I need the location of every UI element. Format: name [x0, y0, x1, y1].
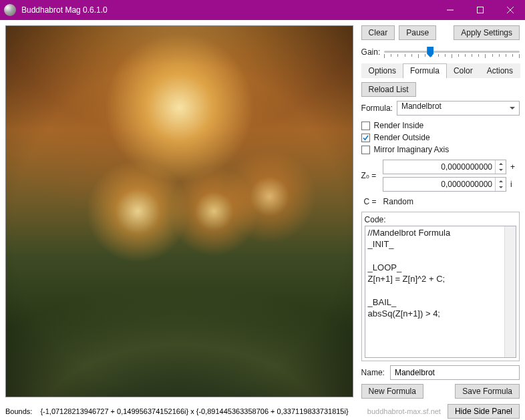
minimize-button[interactable]: [435, 0, 465, 20]
gain-label: Gain:: [361, 47, 381, 57]
name-label: Name:: [361, 368, 385, 377]
clear-button[interactable]: Clear: [361, 25, 395, 40]
window-title: Buddhabrot Mag 0.6.1.0: [21, 5, 435, 15]
formula-select[interactable]: Mandelbrot: [397, 101, 520, 116]
z0-i: i: [510, 180, 520, 189]
code-text: //Mandelbrot Formula _INIT_ _LOOP_ Z[n+1…: [368, 228, 451, 319]
bounds-label: Bounds:: [5, 407, 32, 415]
tab-formula[interactable]: Formula: [403, 63, 447, 78]
z0-imag-value: 0,0000000000: [383, 180, 495, 189]
titlebar: Buddhabrot Mag 0.6.1.0: [0, 0, 525, 20]
z0-plus: +: [510, 162, 520, 172]
side-panel: Clear Pause Apply Settings Gain: Options: [359, 20, 525, 403]
tab-actions[interactable]: Actions: [480, 63, 520, 78]
z0-imag-down[interactable]: [496, 184, 506, 191]
close-button[interactable]: [495, 0, 525, 20]
pause-button[interactable]: Pause: [399, 25, 436, 40]
gain-slider[interactable]: [384, 44, 520, 60]
z0-real-value: 0,0000000000: [383, 162, 495, 172]
code-label: Code:: [365, 215, 516, 224]
new-formula-button[interactable]: New Formula: [361, 384, 423, 399]
footer-url: buddhabrot-max.sf.net: [349, 407, 448, 415]
save-formula-button[interactable]: Save Formula: [455, 384, 520, 399]
mirror-imag-checkbox[interactable]: Mirror Imaginary Axis: [361, 145, 520, 154]
formula-select-value: Mandelbrot: [401, 101, 442, 111]
formula-tab-body: Reload List Formula: Mandelbrot Render I…: [361, 82, 520, 400]
render-inside-checkbox[interactable]: Render Inside: [361, 121, 520, 130]
z0-imag-up[interactable]: [496, 178, 506, 184]
mirror-imag-label: Mirror Imaginary Axis: [374, 145, 450, 154]
z0-label: Z₀ =: [361, 171, 379, 180]
render-outside-checkbox[interactable]: Render Outside: [361, 133, 520, 142]
bounds-value: {-1,07128213946727 + 0,149956374152166i}…: [40, 407, 348, 415]
apply-settings-button[interactable]: Apply Settings: [454, 25, 520, 40]
z0-real-up[interactable]: [496, 160, 506, 167]
z0-real-down[interactable]: [496, 167, 506, 174]
render-outside-label: Render Outside: [374, 133, 430, 142]
render-canvas[interactable]: [5, 25, 353, 397]
app-icon: [4, 4, 16, 16]
code-textarea[interactable]: //Mandelbrot Formula _INIT_ _LOOP_ Z[n+1…: [365, 226, 516, 358]
tab-options[interactable]: Options: [361, 63, 403, 78]
status-bar: Bounds: {-1,07128213946727 + 0,149956374…: [0, 403, 525, 420]
name-input[interactable]: [390, 365, 520, 380]
c-value: Random: [383, 197, 413, 206]
c-label: C =: [364, 197, 377, 206]
code-scrollbar[interactable]: [504, 226, 516, 357]
z0-real-input[interactable]: 0,0000000000: [383, 160, 506, 174]
reload-list-button[interactable]: Reload List: [361, 82, 416, 97]
z0-imag-input[interactable]: 0,0000000000: [383, 177, 506, 192]
maximize-button[interactable]: [465, 0, 495, 20]
tab-color[interactable]: Color: [446, 63, 480, 78]
tab-bar: Options Formula Color Actions: [361, 63, 520, 78]
svg-rect-0: [477, 7, 483, 13]
formula-label: Formula:: [361, 103, 393, 113]
hide-side-panel-button[interactable]: Hide Side Panel: [448, 404, 520, 419]
render-inside-label: Render Inside: [374, 121, 424, 130]
